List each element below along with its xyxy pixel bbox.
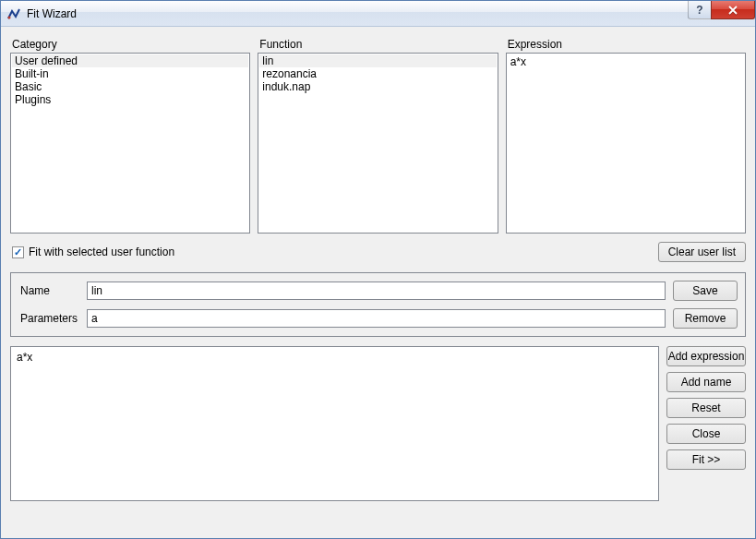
app-icon xyxy=(6,6,21,21)
category-listbox[interactable]: User defined Built-in Basic Plugins xyxy=(10,53,250,234)
close-button[interactable]: Close xyxy=(666,424,746,444)
svg-point-0 xyxy=(8,16,11,18)
name-row: Name Save xyxy=(18,281,738,301)
window-title: Fit Wizard xyxy=(27,7,77,20)
check-icon: ✓ xyxy=(14,246,22,258)
function-item[interactable]: induk.nap xyxy=(259,80,496,93)
reset-button[interactable]: Reset xyxy=(666,398,746,418)
category-column: Category User defined Built-in Basic Plu… xyxy=(10,38,250,234)
close-icon xyxy=(727,6,738,15)
category-item[interactable]: Basic xyxy=(12,80,248,93)
name-input[interactable] xyxy=(87,281,666,300)
save-button[interactable]: Save xyxy=(673,281,738,301)
window-controls: ? xyxy=(689,1,755,19)
fit-selected-checkbox[interactable]: ✓ Fit with selected user function xyxy=(10,246,174,258)
function-listbox[interactable]: lin rezonancia induk.nap xyxy=(258,53,498,234)
mid-row: ✓ Fit with selected user function Clear … xyxy=(10,241,746,263)
parameters-label: Parameters xyxy=(18,312,79,325)
category-item[interactable]: User defined xyxy=(12,54,248,67)
expression-editor[interactable]: a*x xyxy=(10,346,659,501)
right-button-column: Add expression Add name Reset Close Fit … xyxy=(666,346,746,501)
category-item[interactable]: Plugins xyxy=(12,93,248,106)
parameters-input[interactable] xyxy=(87,309,666,328)
parameters-row: Parameters Remove xyxy=(18,308,738,329)
remove-button[interactable]: Remove xyxy=(673,308,738,329)
help-icon: ? xyxy=(696,4,702,17)
expression-column: Expression a*x xyxy=(506,38,746,234)
expression-label: Expression xyxy=(506,38,746,51)
category-item[interactable]: Built-in xyxy=(12,67,248,80)
function-item[interactable]: lin xyxy=(259,54,496,67)
top-columns: Category User defined Built-in Basic Plu… xyxy=(10,38,746,234)
close-window-button[interactable] xyxy=(711,1,755,19)
help-button[interactable]: ? xyxy=(688,1,712,19)
name-label: Name xyxy=(18,284,79,297)
category-label: Category xyxy=(10,38,250,51)
user-function-panel: Name Save Parameters Remove xyxy=(10,272,746,337)
function-label: Function xyxy=(258,38,498,51)
bottom-row: a*x Add expression Add name Reset Close … xyxy=(10,346,746,501)
checkbox-label: Fit with selected user function xyxy=(29,246,174,258)
fit-button[interactable]: Fit >> xyxy=(666,449,746,470)
dialog-body: Category User defined Built-in Basic Plu… xyxy=(10,38,746,529)
add-name-button[interactable]: Add name xyxy=(666,372,746,392)
function-item[interactable]: rezonancia xyxy=(259,67,496,80)
function-column: Function lin rezonancia induk.nap xyxy=(258,38,498,234)
fit-wizard-window: Fit Wizard ? Category User defined Built… xyxy=(0,0,756,539)
expression-display: a*x xyxy=(506,53,746,234)
checkbox-box: ✓ xyxy=(12,246,24,258)
add-expression-button[interactable]: Add expression xyxy=(666,346,746,366)
titlebar[interactable]: Fit Wizard ? xyxy=(1,1,755,27)
clear-user-list-button[interactable]: Clear user list xyxy=(658,242,746,262)
